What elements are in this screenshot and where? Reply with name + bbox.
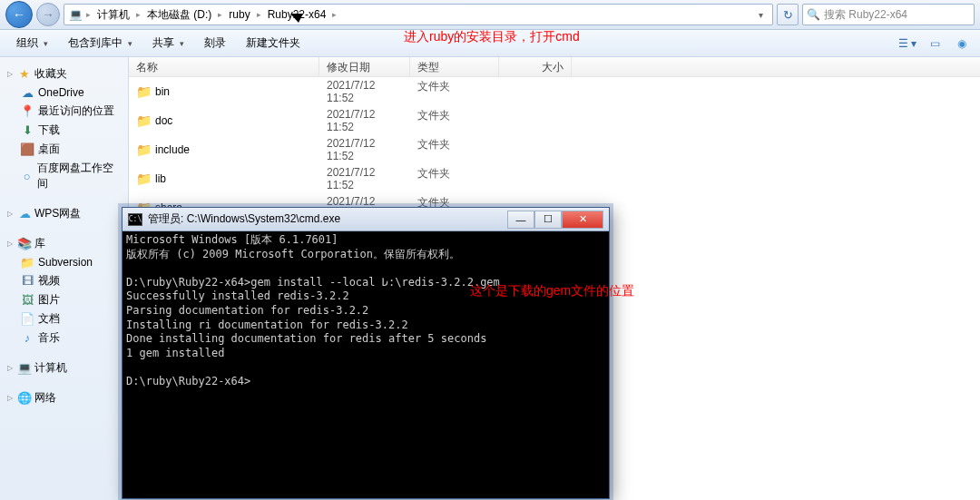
cmd-titlebar[interactable]: C:\ 管理员: C:\Windows\System32\cmd.exe — ☐…: [122, 208, 609, 231]
sidebar-item-label: 最近访问的位置: [38, 103, 114, 119]
sidebar-item-icon: 📄: [20, 312, 34, 327]
file-date: 2021/7/12 11:52: [319, 165, 410, 192]
chevron-right-icon: ▸: [257, 10, 261, 19]
sidebar-computer-header[interactable]: ▷💻计算机: [4, 358, 124, 377]
col-date[interactable]: 修改日期: [319, 57, 410, 76]
close-button[interactable]: ✕: [562, 211, 603, 229]
computer-icon: 💻: [17, 361, 32, 376]
share-button[interactable]: 共享: [143, 33, 193, 54]
sidebar-item-icon: ○: [20, 169, 34, 183]
svg-marker-1: [290, 14, 303, 23]
include-button[interactable]: 包含到库中: [59, 33, 142, 54]
sidebar-item[interactable]: 🎞视频: [4, 271, 124, 290]
breadcrumb-item[interactable]: 计算机: [94, 7, 132, 23]
library-icon: 📚: [17, 237, 32, 251]
organize-button[interactable]: 组织: [7, 33, 57, 54]
sidebar-item-label: 音乐: [38, 330, 60, 346]
sidebar-item-icon: 🖼: [20, 293, 34, 308]
folder-icon: 📁: [136, 84, 152, 99]
search-input[interactable]: 🔍 搜索 Ruby22-x64: [802, 4, 975, 25]
chevron-right-icon: ▸: [136, 10, 141, 19]
arrow-left-icon: ←: [13, 7, 25, 22]
file-type: 文件夹: [410, 78, 499, 105]
sidebar-item-icon: 🟫: [20, 142, 34, 157]
svg-marker-3: [379, 273, 390, 282]
back-button[interactable]: ←: [5, 1, 33, 28]
burn-button[interactable]: 刻录: [195, 33, 235, 54]
file-size: [499, 136, 572, 163]
file-list-header: 名称 修改日期 类型 大小: [129, 57, 980, 77]
annotation-arrow: [290, 14, 407, 41]
view-button[interactable]: ☰ ▾: [897, 34, 918, 54]
annotation-2: 这个是下载的gem文件的位置: [470, 283, 634, 299]
sidebar: ▷★收藏夹 ☁OneDrive📍最近访问的位置⬇下载🟫桌面○百度网盘工作空间 ▷…: [0, 57, 129, 500]
annotation-arrow: [379, 273, 470, 293]
sidebar-item[interactable]: ○百度网盘工作空间: [4, 159, 124, 193]
forward-button[interactable]: →: [36, 3, 60, 26]
file-name: bin: [155, 85, 170, 98]
maximize-button[interactable]: ☐: [534, 211, 562, 229]
sidebar-item[interactable]: ⬇下载: [4, 121, 124, 140]
sidebar-item-label: Subversion: [38, 256, 93, 269]
file-type: 文件夹: [410, 165, 499, 192]
cmd-icon: C:\: [128, 213, 142, 226]
sidebar-item-label: 百度网盘工作空间: [37, 161, 121, 191]
file-name: doc: [155, 114, 172, 127]
file-size: [499, 107, 572, 134]
preview-button[interactable]: ▭: [924, 34, 946, 54]
chevron-right-icon: ▸: [86, 10, 91, 19]
col-size[interactable]: 大小: [499, 57, 572, 76]
sidebar-network-header[interactable]: ▷🌐网络: [4, 388, 124, 407]
refresh-button[interactable]: ↻: [777, 4, 799, 25]
table-row[interactable]: 📁include2021/7/12 11:52文件夹: [129, 135, 980, 164]
sidebar-item-label: 桌面: [38, 142, 60, 157]
minimize-button[interactable]: —: [507, 211, 534, 229]
sidebar-item[interactable]: ♪音乐: [4, 328, 124, 348]
cmd-title-text: 管理员: C:\Windows\System32\cmd.exe: [148, 211, 340, 227]
chevron-right-icon: ▸: [218, 10, 222, 19]
sidebar-item[interactable]: 🖼图片: [4, 290, 124, 309]
folder-icon: 📁: [136, 172, 152, 186]
sidebar-item-label: 图片: [38, 292, 60, 308]
search-placeholder: 搜索 Ruby22-x64: [824, 7, 907, 23]
col-name[interactable]: 名称: [129, 57, 319, 76]
sidebar-item[interactable]: 📁Subversion: [4, 253, 124, 271]
sidebar-item[interactable]: ☁OneDrive: [4, 83, 124, 102]
table-row[interactable]: 📁lib2021/7/12 11:52文件夹: [129, 164, 980, 193]
table-row[interactable]: 📁doc2021/7/12 11:52文件夹: [129, 106, 980, 135]
sidebar-item[interactable]: 📍最近访问的位置: [4, 102, 124, 121]
arrow-right-icon: →: [42, 7, 54, 22]
sidebar-item-icon: ♪: [20, 331, 34, 346]
file-size: [499, 78, 572, 105]
sidebar-item-icon: 🎞: [20, 274, 34, 289]
file-type: 文件夹: [410, 107, 499, 134]
file-name: include: [155, 143, 190, 156]
sidebar-item-label: 下载: [38, 123, 60, 138]
sidebar-item-icon: 📍: [20, 104, 34, 119]
dropdown-icon[interactable]: ▾: [752, 10, 769, 20]
search-icon: 🔍: [807, 8, 820, 21]
svg-line-0: [298, 17, 404, 37]
sidebar-item[interactable]: 🟫桌面: [4, 140, 124, 159]
address-bar: ← → 💻 ▸ 计算机 ▸ 本地磁盘 (D:) ▸ ruby ▸ Ruby22-…: [0, 0, 980, 30]
star-icon: ★: [17, 67, 32, 82]
col-type[interactable]: 类型: [410, 57, 499, 76]
breadcrumb[interactable]: 💻 ▸ 计算机 ▸ 本地磁盘 (D:) ▸ ruby ▸ Ruby22-x64 …: [64, 4, 773, 25]
sidebar-item-label: 视频: [38, 273, 60, 289]
breadcrumb-item[interactable]: 本地磁盘 (D:): [144, 7, 214, 23]
folder-icon: 📁: [136, 142, 152, 157]
file-type: 文件夹: [410, 136, 499, 163]
cmd-output[interactable]: Microsoft Windows [版本 6.1.7601] 版权所有 (c)…: [122, 231, 609, 498]
sidebar-item-icon: ☁: [20, 85, 34, 100]
sidebar-item[interactable]: 📄文档: [4, 309, 124, 328]
table-row[interactable]: 📁bin2021/7/12 11:52文件夹: [129, 77, 980, 106]
help-button[interactable]: ◉: [951, 34, 973, 54]
sidebar-wps-header[interactable]: ▷☁WPS网盘: [4, 204, 124, 223]
file-date: 2021/7/12 11:52: [319, 78, 410, 105]
sidebar-favorites-header[interactable]: ▷★收藏夹: [4, 64, 124, 83]
file-name: lib: [155, 172, 166, 185]
breadcrumb-item[interactable]: ruby: [226, 8, 252, 21]
folder-icon: 📁: [136, 113, 152, 128]
cmd-window[interactable]: C:\ 管理员: C:\Windows\System32\cmd.exe — ☐…: [122, 207, 610, 499]
sidebar-libraries-header[interactable]: ▷📚库: [4, 234, 124, 253]
